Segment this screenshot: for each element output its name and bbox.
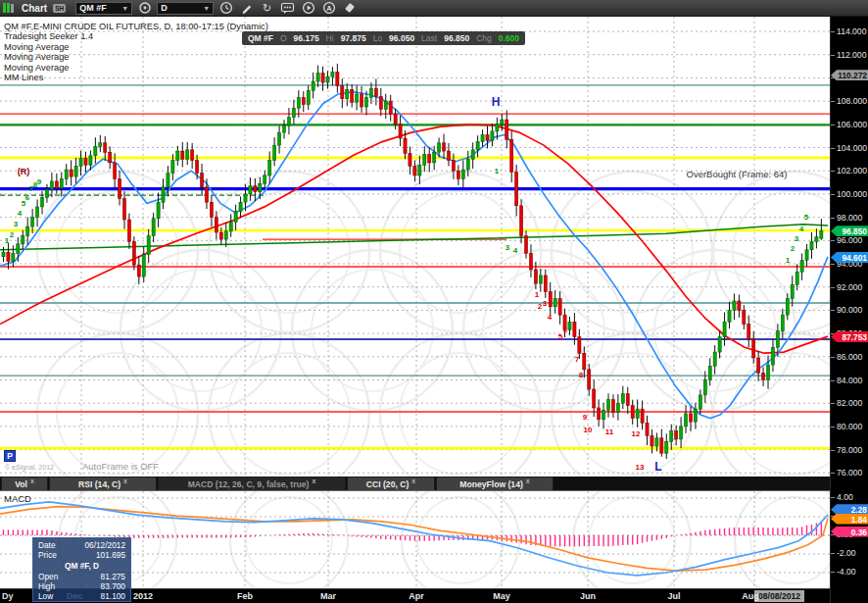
candle-body [815,237,818,242]
axis-tick-label: 86.000 [837,352,862,362]
candle-body [55,181,58,188]
price-pane[interactable]: HL(R)1234567891341234512345678910111213 … [0,17,830,477]
axis-tick-label: -4.00 [837,567,856,577]
tab-cci[interactable]: CCI (20, C)x [347,477,435,490]
candle-body [578,337,581,354]
candle-body [452,161,455,172]
note-icon[interactable] [279,1,296,15]
axis-tick-label: 112.000 [837,50,866,60]
candle-body [249,186,252,194]
candle-body [786,299,789,316]
candle-body [215,218,217,232]
axis-tick [831,287,835,288]
symbol-lookup-icon[interactable] [136,1,153,15]
tab-close-icon[interactable]: x [312,477,315,485]
chart-marker: 5 [804,213,809,222]
candle-body [805,250,808,261]
tab-macd[interactable]: MACD (12, 26, C, 9, false, true)x [158,477,346,490]
watermark-circle [750,497,830,583]
macd-label: MACD [4,493,31,504]
candle-body [655,438,658,446]
time-interval-icon[interactable] [217,1,234,15]
tab-close-icon[interactable]: x [123,477,127,485]
price-axis[interactable]: 114.000112.000110.000108.000106.000104.0… [830,17,868,603]
app-icon [3,3,14,13]
candle-body [723,322,726,336]
chg-label: Chg [476,33,492,43]
watermark-circle [417,497,504,583]
interval-combo[interactable]: D ▼ [157,2,214,15]
month-label: May [493,591,510,601]
candle-body [506,120,508,139]
toolbar: Chart SH QM #F ▼ D ▼ ↻ A [0,0,868,17]
tab-rsi[interactable]: RSI (14, C)x [49,477,157,490]
candle-body [50,181,53,189]
candle-body [651,435,653,446]
axis-tick-label: 84.000 [837,376,862,385]
price-badge: 1.84 [831,514,868,525]
chart-marker: 4 [18,209,23,218]
tab-close-icon[interactable]: x [526,477,530,485]
last-label: Last [421,33,437,43]
candle-body [583,353,586,370]
candle-body [12,253,15,261]
candle-body [409,153,411,166]
candle-body [646,423,649,435]
candle-body [321,74,324,82]
tab-close-icon[interactable]: x [30,477,34,485]
axis-tick-label: 100.000 [837,189,867,199]
candle-body [626,394,629,406]
chevron-down-icon: ▼ [203,5,210,12]
axis-tick-label: 90.000 [837,305,862,315]
axis-tick-label: 78.000 [837,445,862,455]
candle-body [176,151,179,160]
month-label: Apr [409,591,424,601]
candle-body [219,232,222,239]
indicator-tabs: VolxRSI (14, C)xMACD (12, 26, C, 9, fals… [0,477,830,490]
candle-body [738,301,741,310]
play-icon[interactable] [300,1,316,15]
pencil-icon[interactable] [238,1,255,15]
watermark-circle [463,250,624,411]
legend-row-5: MM Lines [4,73,268,82]
candle-body [60,178,63,187]
watermark-circle [228,191,350,313]
tooltip-label: Low [38,591,53,601]
chart-marker: H [492,95,501,109]
autoscale-icon[interactable]: A [320,1,337,15]
moving-average-line [0,92,828,419]
window-title: Chart [22,3,47,14]
tab-close-icon[interactable]: x [411,477,415,485]
candle-body [147,236,150,255]
candle-body [820,230,823,238]
axis-tick-label: 96.000 [837,235,862,245]
tab-vol[interactable]: Volx [1,477,48,490]
candle-body [84,158,87,165]
last-date-badge: 08/08/2012 [754,590,804,602]
candle-body [394,114,397,125]
axis-tick-label: 92.000 [837,282,862,292]
last-value: 96.850 [444,33,469,43]
eraser-icon[interactable] [341,1,358,15]
high-value: 97.875 [341,33,366,43]
tooltip-row: Price101.695 [33,550,130,560]
watermark-circle [140,270,262,391]
symbol-value: QM #F [79,3,118,13]
tab-moneyflow[interactable]: MoneyFlow (14)x [436,477,554,490]
chart-marker: 12 [632,429,641,438]
chart-marker: L [654,460,661,474]
symbol-combo[interactable]: QM #F ▼ [75,2,132,15]
chart-marker: 1 [535,290,540,299]
candle-body [181,151,184,159]
refresh-icon[interactable]: ↻ [259,1,275,15]
legend-row-3: Moving Average [4,52,268,62]
legend-row-4: Moving Average [4,63,268,73]
candle-body [229,222,232,230]
candle-body [254,186,257,192]
candle-body [99,143,102,147]
legend-row-1: Tradesight Seeker 1.4 [4,31,268,41]
candle-body [593,389,596,408]
legend-row-0: QM #F,E-MINI CRUDE OIL FUTURES, D, 18:00… [4,22,268,31]
candle-body [282,126,285,132]
candle-body [17,244,20,253]
